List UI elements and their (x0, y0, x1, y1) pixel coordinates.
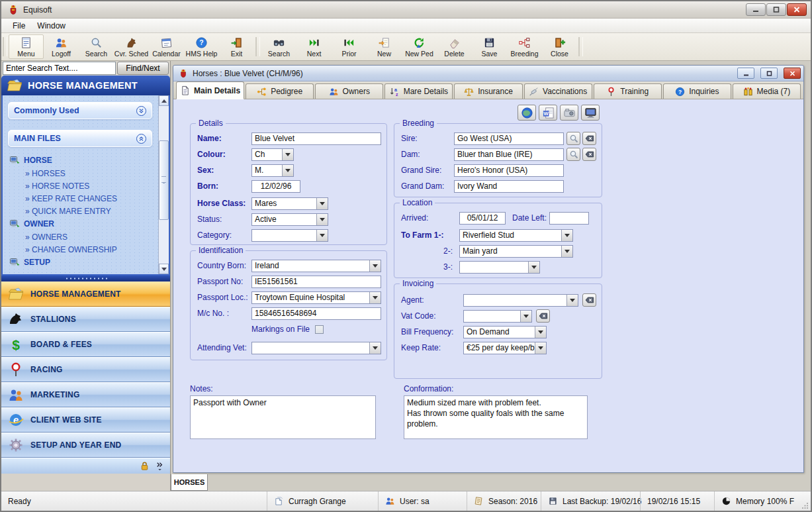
colour-select[interactable]: Ch (251, 148, 294, 161)
keep-rate-select[interactable]: €25 per day keep/bi (463, 342, 547, 354)
sire-clear-button[interactable] (582, 132, 596, 145)
horse-class-select[interactable]: Mares (251, 197, 328, 210)
camera-button[interactable] (560, 105, 578, 121)
search-input[interactable] (3, 62, 116, 75)
section-commonly-used[interactable]: Commonly Used (8, 102, 152, 119)
grand-dam-input[interactable] (454, 180, 564, 193)
dam-input[interactable] (454, 148, 564, 161)
menu-window[interactable]: Window (31, 20, 71, 32)
resize-grip[interactable] (801, 491, 811, 511)
menu-file[interactable]: File (7, 20, 31, 32)
born-input[interactable] (251, 180, 300, 193)
tab-media[interactable]: Media (7) (733, 83, 801, 99)
agent-select[interactable] (463, 294, 578, 307)
sidebar-splitter[interactable] (1, 276, 170, 282)
scroll-up-arrow[interactable] (159, 95, 169, 106)
status-select[interactable]: Active (251, 213, 328, 226)
name-input[interactable] (251, 132, 381, 145)
tree-item-quick-mare-entry[interactable]: » QUICK MARE ENTRY (9, 205, 152, 217)
prior-record-button[interactable]: Prior (332, 34, 367, 59)
vat-clear-button[interactable] (536, 309, 550, 323)
nav-board-fees[interactable]: $ BOARD & FEES (1, 332, 170, 357)
tab-owners[interactable]: Owners (315, 83, 383, 99)
hms-help-button[interactable]: ? HMS Help (184, 34, 219, 59)
chevron-double-down-icon[interactable] (136, 106, 146, 116)
tree-group-horse[interactable]: HORSE (9, 154, 152, 167)
record-search-button[interactable]: Search (261, 34, 296, 59)
dam-lookup-button[interactable] (566, 148, 580, 161)
tab-main-details[interactable]: Main Details (176, 81, 244, 99)
minimize-button[interactable] (746, 3, 766, 16)
nav-racing[interactable]: RACING (1, 357, 170, 382)
logoff-button[interactable]: Logoff (44, 34, 79, 59)
attending-vet-select[interactable] (251, 342, 381, 354)
tree-item-keep-rate-changes[interactable]: » KEEP RATE CHANGES (9, 192, 152, 205)
next-record-button[interactable]: Next (296, 34, 332, 59)
passport-loc-select[interactable]: Troytown Equine Hospital (251, 291, 381, 304)
section-main-files[interactable]: MAIN FILES (8, 130, 152, 147)
vat-code-select[interactable] (463, 310, 532, 323)
child-close-button[interactable] (784, 68, 801, 79)
grand-sire-input[interactable] (454, 164, 564, 177)
nav-setup-year-end[interactable]: SETUP AND YEAR END (1, 433, 170, 458)
exit-button[interactable]: Exit (219, 34, 254, 59)
sire-lookup-button[interactable] (566, 132, 580, 145)
nav-stallions[interactable]: STALLIONS (1, 307, 170, 332)
arrived-input[interactable] (459, 212, 506, 225)
scroll-thumb[interactable] (159, 140, 169, 220)
sire-input[interactable] (454, 132, 564, 145)
overflow-chevron-icon[interactable] (155, 461, 165, 471)
tree-item-horse-notes[interactable]: » HORSE NOTES (9, 179, 152, 192)
nav-horse-management[interactable]: HORSE MANAGEMENT (1, 282, 170, 307)
close-button[interactable] (787, 3, 807, 16)
category-select[interactable] (251, 229, 328, 242)
date-left-input[interactable] (549, 212, 589, 225)
report-button[interactable]: W (539, 105, 557, 121)
markings-checkbox[interactable] (315, 325, 324, 334)
tree-group-owner[interactable]: OWNER (9, 217, 152, 230)
tab-training[interactable]: Training (594, 83, 662, 99)
farm3-select[interactable] (459, 261, 540, 274)
close-record-button[interactable]: Close (542, 34, 577, 59)
breeding-button[interactable]: Breeding (507, 34, 542, 59)
conformation-textarea[interactable]: Medium sized mare with problem feet. Has… (404, 395, 588, 439)
microchip-no-input[interactable] (251, 307, 381, 320)
tab-inquiries[interactable]: ? Inquiries (663, 83, 731, 99)
sidebar-scrollbar[interactable] (158, 95, 169, 274)
tab-insurance[interactable]: Insurance (454, 83, 522, 99)
tree-item-change-ownership[interactable]: » CHANGE OWNERSHIP (9, 243, 152, 256)
dam-clear-button[interactable] (582, 148, 596, 161)
tree-item-horses[interactable]: » HORSES (9, 167, 152, 179)
tab-vaccinations[interactable]: Vaccinations (524, 83, 592, 99)
find-next-button[interactable]: Find/Next (117, 62, 169, 75)
bill-frequency-select[interactable]: On Demand (463, 326, 547, 338)
chevron-double-up-icon[interactable] (136, 134, 146, 144)
calendar-button[interactable]: Calendar (149, 34, 184, 59)
maximize-button[interactable] (766, 3, 786, 16)
notes-textarea[interactable]: Passport with Owner (190, 395, 376, 439)
passport-no-input[interactable] (251, 276, 381, 288)
menu-button[interactable]: Menu (9, 34, 44, 59)
nav-marketing[interactable]: MARKETING (1, 382, 170, 407)
save-button[interactable]: Save (472, 34, 507, 59)
new-pedigree-button[interactable]: New Ped (402, 34, 437, 59)
web-button[interactable] (518, 105, 536, 121)
cover-schedule-button[interactable]: Cvr. Sched (114, 34, 149, 59)
tree-group-setup[interactable]: SETUP (9, 256, 152, 269)
delete-button[interactable]: Delete (437, 34, 472, 59)
country-born-select[interactable]: Ireland (251, 260, 381, 272)
scroll-down-arrow[interactable] (159, 264, 169, 274)
child-restore-button[interactable] (760, 68, 778, 79)
farm1-select[interactable]: Riverfield Stud (459, 229, 573, 242)
sex-select[interactable]: M. (251, 164, 294, 177)
child-minimize-button[interactable] (737, 68, 754, 79)
tree-item-owners[interactable]: » OWNERS (9, 230, 152, 243)
tab-mare-details[interactable]: az Mare Details (384, 83, 453, 99)
agent-clear-button[interactable] (582, 293, 596, 307)
mdi-tab-horses[interactable]: HORSES (171, 474, 208, 491)
tab-pedigree[interactable]: Pedigree (246, 83, 314, 99)
new-record-button[interactable]: New (367, 34, 402, 59)
monitor-button[interactable] (581, 105, 600, 121)
scroll-track[interactable] (159, 106, 169, 264)
farm2-select[interactable]: Main yard (459, 245, 573, 258)
